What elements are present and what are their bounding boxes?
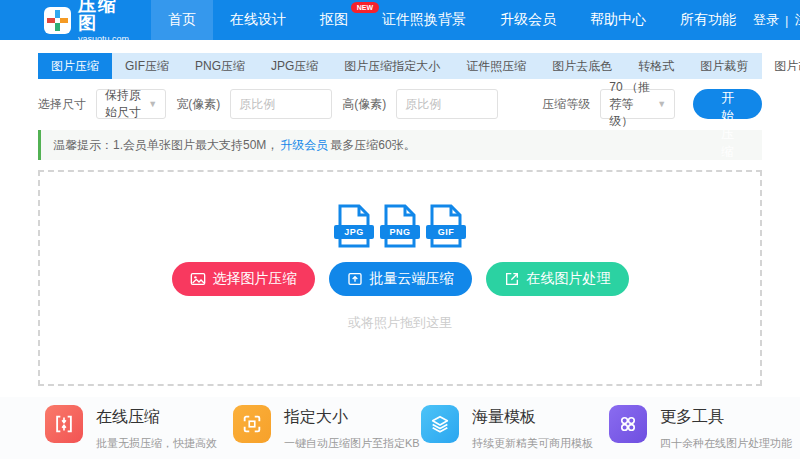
width-field[interactable] — [230, 89, 332, 119]
png-label: PNG — [380, 225, 420, 239]
width-field-label: 宽(像素) — [176, 96, 220, 113]
start-compress-button[interactable]: 开始压缩 — [693, 89, 762, 119]
tool-tabs: 图片压缩 GIF压缩 PNG压缩 JPG压缩 图片压缩指定大小 证件照压缩 图片… — [38, 53, 762, 79]
top-navbar: 压缩图 yasuotu.com 首页 在线设计 抠图 NEW 证件照换背景 升级… — [0, 0, 800, 40]
tip-text-prefix: 温馨提示：1.会员单张图片最大支持50M， — [53, 137, 278, 154]
resize-target-icon — [233, 405, 271, 443]
site-domain: yasuotu.com — [78, 35, 129, 44]
level-select-label: 压缩等级 — [542, 96, 590, 113]
height-field-label: 高(像素) — [342, 96, 386, 113]
nav-item-online-design[interactable]: 在线设计 — [213, 0, 303, 40]
feature-title: 更多工具 — [660, 407, 792, 428]
tab-convert-format[interactable]: 转格式 — [625, 53, 687, 79]
jpg-label: JPG — [334, 225, 374, 239]
feature-more-tools[interactable]: 更多工具 四十余种在线图片处理功能 — [609, 405, 797, 451]
tip-bar: 温馨提示：1.会员单张图片最大支持50M， 升级会员 最多压缩60张。 — [38, 130, 762, 160]
layers-icon — [421, 405, 459, 443]
chevron-down-icon: ▼ — [148, 99, 157, 109]
chevron-down-icon: ▼ — [657, 99, 666, 109]
image-icon — [190, 271, 206, 287]
tab-id-photo-compress[interactable]: 证件照压缩 — [453, 53, 539, 79]
four-dots-icon — [609, 405, 647, 443]
auth-links: 登录 | 注册 — [753, 11, 800, 29]
nav-item-home[interactable]: 首页 — [151, 0, 213, 40]
nav-item-cutout[interactable]: 抠图 NEW — [303, 0, 365, 40]
tab-image-compress[interactable]: 图片压缩 — [38, 53, 112, 79]
tab-jpg-compress[interactable]: JPG压缩 — [258, 53, 331, 79]
gif-file-icon: GIF — [428, 204, 464, 248]
size-select-value: 保持原始尺寸 — [105, 87, 142, 121]
site-logo[interactable]: 压缩图 yasuotu.com — [44, 0, 129, 44]
tab-png-compress[interactable]: PNG压缩 — [182, 53, 258, 79]
tab-resize-image[interactable]: 图片改大小 — [761, 53, 800, 79]
online-image-tools-label: 在线图片处理 — [527, 270, 611, 288]
tab-remove-background[interactable]: 图片去底色 — [539, 53, 625, 79]
nav-item-cutout-label: 抠图 — [320, 11, 348, 29]
tab-crop-image[interactable]: 图片裁剪 — [687, 53, 761, 79]
feature-subtitle: 批量无损压缩，快捷高效 — [96, 436, 217, 451]
png-file-icon: PNG — [382, 204, 418, 248]
online-image-tools-button[interactable]: 在线图片处理 — [486, 262, 629, 296]
supported-file-types: JPG PNG GIF — [336, 204, 464, 248]
size-select-label: 选择尺寸 — [38, 96, 86, 113]
drag-hint-text: 或将照片拖到这里 — [348, 314, 452, 332]
select-images-label: 选择图片压缩 — [213, 270, 297, 288]
select-images-button[interactable]: 选择图片压缩 — [172, 262, 315, 296]
nav-item-all-features[interactable]: 所有功能 — [663, 0, 753, 40]
nav-item-id-photo-bg[interactable]: 证件照换背景 — [365, 0, 483, 40]
login-link[interactable]: 登录 — [753, 11, 779, 29]
feature-subtitle: 四十余种在线图片处理功能 — [660, 436, 792, 451]
feature-subtitle: 持续更新精美可商用模板 — [472, 436, 593, 451]
batch-upload-icon — [347, 271, 363, 287]
tab-compress-to-size[interactable]: 图片压缩指定大小 — [331, 53, 453, 79]
tip-text-suffix: 最多压缩60张。 — [330, 137, 415, 154]
level-select[interactable]: 70 （推荐等级） ▼ — [600, 89, 675, 119]
feature-subtitle: 一键自动压缩图片至指定KB — [284, 436, 420, 451]
compress-settings-form: 选择尺寸 保持原始尺寸 ▼ 宽(像素) 高(像素) 压缩等级 70 （推荐等级）… — [38, 89, 762, 119]
batch-cloud-compress-label: 批量云端压缩 — [370, 270, 454, 288]
process-arrow-icon — [504, 271, 520, 287]
gif-label: GIF — [426, 225, 466, 239]
feature-templates[interactable]: 海量模板 持续更新精美可商用模板 — [421, 405, 609, 451]
main-nav: 首页 在线设计 抠图 NEW 证件照换背景 升级会员 帮助中心 所有功能 — [151, 0, 753, 40]
size-select[interactable]: 保持原始尺寸 ▼ — [96, 89, 166, 119]
nav-item-help-center[interactable]: 帮助中心 — [573, 0, 663, 40]
compress-icon — [45, 405, 83, 443]
feature-title: 在线压缩 — [96, 407, 217, 428]
feature-online-compress[interactable]: 在线压缩 批量无损压缩，快捷高效 — [45, 405, 233, 451]
batch-cloud-compress-button[interactable]: 批量云端压缩 — [329, 262, 472, 296]
upload-actions: 选择图片压缩 批量云端压缩 在线图片处理 — [172, 262, 629, 296]
feature-strip: 在线压缩 批量无损压缩，快捷高效 指定大小 一键自动压缩图片至指定KB 海量模板… — [0, 397, 800, 459]
feature-target-size[interactable]: 指定大小 一键自动压缩图片至指定KB — [233, 405, 421, 451]
upload-dropzone[interactable]: JPG PNG GIF 选择图片压缩 批量云端压缩 在线图片处理 或将照片拖到这… — [38, 170, 762, 386]
height-field[interactable] — [396, 89, 498, 119]
feature-title: 海量模板 — [472, 407, 593, 428]
level-select-value: 70 （推荐等级） — [609, 79, 651, 130]
tab-gif-compress[interactable]: GIF压缩 — [112, 53, 182, 79]
logo-plus-icon — [44, 7, 71, 34]
feature-title: 指定大小 — [284, 407, 420, 428]
register-link[interactable]: 注册 — [794, 11, 800, 29]
auth-separator: | — [785, 13, 788, 28]
site-title: 压缩图 — [78, 0, 129, 32]
jpg-file-icon: JPG — [336, 204, 372, 248]
nav-item-upgrade-vip[interactable]: 升级会员 — [483, 0, 573, 40]
upgrade-vip-link[interactable]: 升级会员 — [280, 137, 328, 154]
